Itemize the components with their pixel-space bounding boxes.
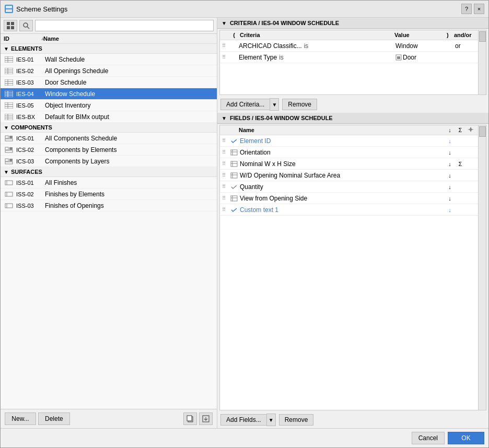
left-toolbar [1, 18, 217, 34]
field-name: W/D Opening Nominal Surface Area [240, 172, 445, 179]
sort-indicator: ↓ [445, 195, 455, 202]
svg-rect-28 [5, 114, 13, 120]
list-item[interactable]: ISS-02 Finishes by Elements [1, 188, 217, 200]
list-item[interactable]: IES-01 Wall Schedule [1, 54, 217, 65]
list-item[interactable]: ICS-02 Components by Elements [1, 144, 217, 156]
col-id-header: ID [4, 36, 40, 42]
close-button[interactable]: × [474, 4, 484, 14]
fields-row[interactable]: ⠿ Nominal W x H Size ↓ Σ [220, 158, 478, 170]
fields-table-header: Name ↓ Σ [220, 125, 478, 135]
item-name: Object Inventory [45, 102, 214, 109]
component-icon [4, 157, 14, 166]
drag-handle[interactable]: ⠿ [222, 207, 229, 213]
cancel-button[interactable]: Cancel [412, 432, 445, 444]
ok-button[interactable]: OK [448, 432, 484, 444]
fields-col-pin [465, 126, 476, 134]
drag-handle[interactable]: ⠿ [222, 43, 229, 49]
fields-add-remove-bar: Add Fields... ▼ Remove [217, 411, 488, 428]
fields-row[interactable]: ⠿ Orientation ↓ [220, 147, 478, 158]
surface-icon [4, 202, 14, 210]
drag-handle[interactable]: ⠿ [222, 54, 229, 60]
drag-handle[interactable]: ⠿ [222, 184, 229, 190]
col-andor: and/or [454, 32, 475, 38]
item-name: Finishes by Elements [45, 191, 214, 198]
criteria-collapse-arrow[interactable]: ▼ [222, 20, 227, 26]
scheme-list: ID ▲ Name ▼ ELEMENTS [1, 34, 217, 409]
item-id: IES-BX [16, 114, 45, 120]
search-toggle-button[interactable] [19, 20, 33, 31]
fields-collapse-arrow[interactable]: ▼ [222, 115, 227, 121]
field-type-icon [229, 160, 239, 168]
list-item[interactable]: ICS-03 Components by Layers [1, 156, 217, 167]
svg-rect-41 [5, 181, 13, 185]
remove-criteria-button[interactable]: Remove [282, 99, 317, 110]
left-bottom-right [183, 412, 213, 425]
fields-scrollbar-up[interactable] [479, 126, 486, 137]
list-item[interactable]: IES-03 Door Schedule [1, 77, 217, 88]
add-fields-button[interactable]: Add Fields... [220, 414, 266, 426]
export-button[interactable] [199, 412, 213, 425]
fields-row[interactable]: ⠿ Quantity ↓ [220, 181, 478, 193]
left-panel: ID ▲ Name ▼ ELEMENTS [1, 18, 217, 428]
item-id: IES-05 [16, 102, 45, 109]
help-button[interactable]: ? [461, 4, 472, 14]
col-name-header: Name [43, 36, 214, 42]
fields-row[interactable]: ⠿ View from Opening Side ↓ [220, 193, 478, 204]
surfaces-arrow: ▼ [4, 169, 9, 175]
app-icon [5, 5, 13, 13]
svg-rect-40 [5, 162, 13, 164]
list-item[interactable]: ICS-01 All Components Schedule [1, 133, 217, 144]
fields-title: FIELDS / IES-04 WINDOW SCHEDULE [230, 115, 333, 121]
drag-handle[interactable]: ⠿ [222, 138, 229, 144]
svg-rect-12 [5, 68, 13, 74]
item-name: Finishes of Openings [45, 202, 214, 209]
add-criteria-dropdown[interactable]: ▼ [270, 98, 279, 111]
add-criteria-button[interactable]: Add Criteria... [220, 99, 270, 110]
group-elements[interactable]: ▼ ELEMENTS [1, 44, 217, 54]
grid-view-button[interactable] [4, 20, 17, 31]
fields-row[interactable]: ⠿ W/D Opening Nominal Surface Area ↓ [220, 170, 478, 181]
item-name: Components by Elements [45, 146, 214, 154]
svg-rect-24 [5, 102, 13, 109]
remove-fields-button[interactable]: Remove [279, 414, 314, 426]
criteria-scrollbar-up[interactable] [479, 31, 486, 42]
fields-row[interactable]: ⠿ Custom text 1 ↓ [220, 204, 478, 216]
sort-indicator: ↓ [445, 161, 455, 167]
fields-col-sum: Σ [455, 127, 465, 133]
svg-rect-60 [231, 173, 237, 178]
copy-button[interactable] [183, 412, 197, 425]
svg-rect-48 [187, 416, 192, 421]
criteria-op: is [279, 54, 284, 61]
drag-handle[interactable]: ⠿ [222, 172, 229, 178]
title-bar: Scheme Settings ? × [1, 1, 488, 18]
new-button[interactable]: New... [5, 412, 36, 425]
add-fields-dropdown[interactable]: ▼ [266, 414, 276, 426]
content-area: ID ▲ Name ▼ ELEMENTS [1, 18, 488, 428]
list-item[interactable]: IES-02 All Openings Schedule [1, 65, 217, 77]
title-bar-left: Scheme Settings [5, 5, 67, 13]
svg-rect-38 [5, 159, 8, 161]
schedule-icon [4, 101, 14, 110]
group-components[interactable]: ▼ COMPONENTS [1, 123, 217, 133]
svg-rect-4 [7, 26, 10, 29]
fields-row[interactable]: ⠿ Element ID ↓ [220, 135, 478, 147]
drag-handle[interactable]: ⠿ [222, 195, 229, 201]
delete-button[interactable]: Delete [38, 412, 70, 425]
svg-rect-16 [5, 79, 13, 86]
list-item-selected[interactable]: IES-04 Window Schedule [1, 88, 217, 100]
list-item[interactable]: IES-BX Default for BIMx output [1, 111, 217, 123]
drag-handle[interactable]: ⠿ [222, 149, 229, 155]
schedule-icon [4, 67, 14, 75]
drag-handle[interactable]: ⠿ [222, 161, 229, 167]
list-item[interactable]: ISS-01 All Finishes [1, 177, 217, 188]
svg-rect-8 [5, 56, 13, 63]
group-surfaces[interactable]: ▼ SURFACES [1, 167, 217, 177]
search-input[interactable] [35, 20, 214, 31]
item-name: Door Schedule [45, 79, 214, 86]
field-name: Nominal W x H Size [240, 160, 445, 168]
list-item[interactable]: IES-05 Object Inventory [1, 100, 217, 111]
sort-indicator: ↓ [445, 138, 455, 144]
list-item[interactable]: ISS-03 Finishes of Openings [1, 200, 217, 211]
sort-indicator: ↓ [445, 184, 455, 190]
surfaces-label: SURFACES [11, 169, 42, 175]
